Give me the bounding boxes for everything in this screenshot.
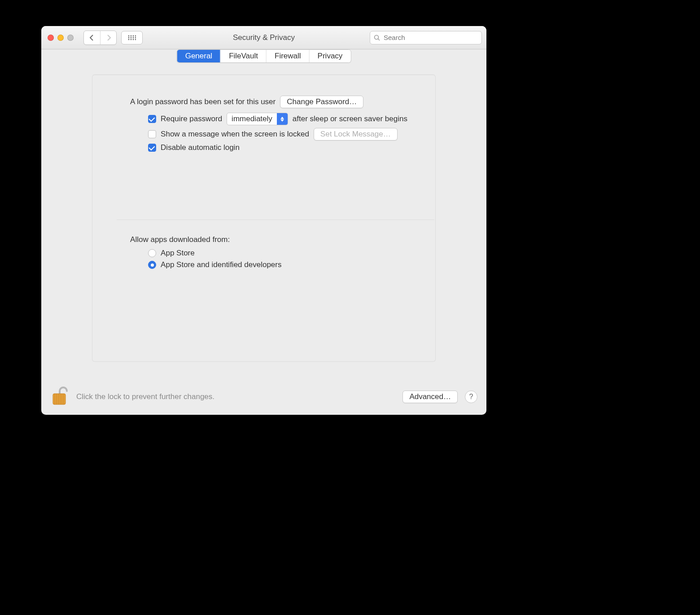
change-password-button[interactable]: Change Password… — [280, 96, 363, 108]
require-password-delay-value: immediately — [227, 113, 277, 125]
allow-apps-appstore-label: App Store — [161, 249, 195, 258]
tab-general[interactable]: General — [177, 50, 220, 62]
svg-point-3 — [135, 35, 136, 36]
window-controls — [48, 35, 74, 41]
require-password-label: Require password — [161, 114, 222, 123]
disable-auto-login-row: Disable automatic login — [148, 143, 407, 152]
lock-button[interactable] — [50, 386, 69, 409]
gatekeeper-section: Allow apps downloaded from: App Store Ap… — [130, 220, 407, 269]
nav-back-forward — [83, 31, 117, 45]
login-password-row: A login password has been set for this u… — [130, 96, 407, 108]
require-password-delay-dropdown[interactable]: immediately — [227, 113, 288, 125]
svg-point-6 — [133, 37, 134, 38]
require-password-suffix: after sleep or screen saver begins — [293, 114, 407, 123]
svg-point-5 — [131, 37, 132, 38]
svg-point-9 — [131, 39, 132, 40]
tabs-row: General FileVault Firewall Privacy A log… — [41, 49, 486, 362]
help-button[interactable]: ? — [465, 391, 477, 403]
allow-apps-heading: Allow apps downloaded from: — [130, 235, 407, 244]
tabs: General FileVault Firewall Privacy — [177, 49, 351, 63]
search-icon — [374, 35, 380, 41]
lock-hint-text: Click the lock to prevent further change… — [76, 392, 214, 401]
svg-point-11 — [135, 39, 136, 40]
svg-point-7 — [135, 37, 136, 38]
advanced-button[interactable]: Advanced… — [402, 391, 458, 403]
close-button[interactable] — [48, 35, 54, 41]
titlebar: Security & Privacy — [41, 26, 486, 49]
unlock-icon — [50, 386, 69, 406]
allow-apps-appstore-radio[interactable] — [148, 249, 156, 257]
svg-point-8 — [128, 39, 130, 40]
show-all-button[interactable] — [121, 31, 143, 44]
chevron-left-icon — [90, 35, 94, 41]
svg-point-4 — [128, 37, 130, 38]
grid-icon — [128, 35, 136, 40]
svg-point-1 — [131, 35, 132, 36]
minimize-button[interactable] — [57, 35, 64, 41]
svg-point-10 — [133, 39, 134, 40]
allow-apps-opt1-row: App Store — [148, 249, 407, 258]
tab-filevault[interactable]: FileVault — [220, 50, 266, 62]
show-lock-message-checkbox[interactable] — [148, 130, 156, 138]
svg-line-13 — [378, 39, 380, 40]
login-password-text: A login password has been set for this u… — [130, 97, 276, 106]
require-password-row: Require password immediately after sleep… — [148, 113, 407, 125]
disable-auto-login-checkbox[interactable] — [148, 144, 156, 152]
show-lock-message-label: Show a message when the screen is locked — [161, 130, 309, 139]
disable-auto-login-label: Disable automatic login — [161, 143, 240, 152]
search-field[interactable] — [370, 31, 482, 44]
set-lock-message-button: Set Lock Message… — [314, 128, 398, 141]
general-panel: A login password has been set for this u… — [92, 75, 436, 362]
tab-firewall[interactable]: Firewall — [266, 50, 309, 62]
svg-point-0 — [128, 35, 130, 36]
require-password-checkbox[interactable] — [148, 115, 156, 123]
stepper-icon — [277, 113, 288, 125]
allow-apps-identified-label: App Store and identified developers — [161, 260, 281, 269]
allow-apps-identified-radio[interactable] — [148, 261, 156, 269]
zoom-button[interactable] — [67, 35, 74, 41]
svg-point-2 — [133, 35, 134, 36]
lock-message-row: Show a message when the screen is locked… — [148, 128, 407, 141]
allow-apps-opt2-row: App Store and identified developers — [148, 260, 407, 269]
svg-point-12 — [375, 35, 379, 39]
footer: Click the lock to prevent further change… — [41, 379, 486, 415]
forward-button[interactable] — [100, 31, 116, 44]
back-button[interactable] — [84, 31, 100, 44]
preferences-window: Security & Privacy General FileVault Fir… — [41, 26, 486, 415]
tab-privacy[interactable]: Privacy — [309, 50, 351, 62]
search-input[interactable] — [383, 33, 478, 42]
chevron-right-icon — [106, 35, 111, 41]
